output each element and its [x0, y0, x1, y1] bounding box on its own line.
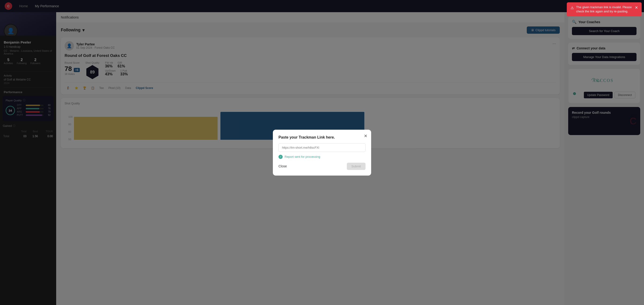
- modal-close-text-button[interactable]: Close: [278, 164, 287, 168]
- error-banner: ⚠ The given trackman link is invalid. Pl…: [567, 2, 642, 16]
- error-message: The given trackman link is invalid. Plea…: [576, 5, 632, 14]
- modal-close-button[interactable]: ✕: [364, 134, 368, 138]
- warning-icon: ⚠: [570, 6, 574, 10]
- trackman-modal: Paste your Trackman Link here. ✕ ✓ Repor…: [273, 130, 371, 176]
- modal-success-message: ✓ Report sent for processing: [278, 155, 366, 159]
- modal-overlay[interactable]: Paste your Trackman Link here. ✕ ✓ Repor…: [0, 0, 644, 305]
- success-text: Report sent for processing: [284, 155, 320, 158]
- modal-footer: Close Submit: [278, 163, 366, 170]
- success-check-icon: ✓: [278, 155, 283, 159]
- trackman-link-input[interactable]: [278, 143, 366, 152]
- modal-submit-button[interactable]: Submit: [347, 163, 366, 170]
- modal-title: Paste your Trackman Link here.: [278, 135, 366, 140]
- error-close-button[interactable]: ✕: [635, 5, 638, 10]
